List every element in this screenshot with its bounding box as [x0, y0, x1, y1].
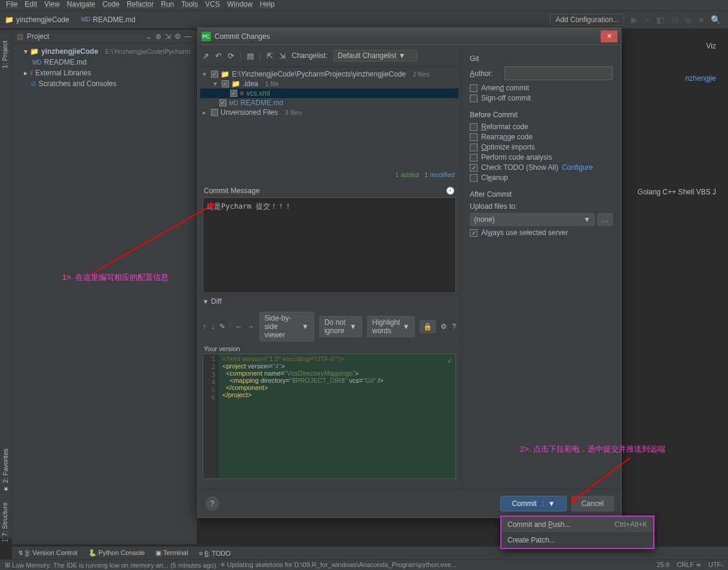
- checkbox[interactable]: [222, 80, 229, 87]
- tree-readme[interactable]: MD README.md: [12, 57, 197, 68]
- tab-favorites[interactable]: ★ 2: Favorites: [0, 444, 10, 498]
- menu-run[interactable]: Run: [157, 0, 178, 10]
- forward-icon[interactable]: →: [247, 322, 255, 331]
- expand-icon[interactable]: ▾: [24, 47, 27, 56]
- tab-structure[interactable]: ⌶ 7: Structure: [0, 498, 10, 547]
- history-icon[interactable]: 🕘: [446, 187, 455, 195]
- tree-external-libs[interactable]: ▸ ⫴ External Libraries: [12, 68, 197, 78]
- edit-icon[interactable]: ✎: [219, 322, 225, 331]
- terminal-tab[interactable]: ▣ Terminal: [155, 549, 188, 557]
- concurrency-icon[interactable]: ≣: [685, 15, 692, 25]
- configure-link[interactable]: Configure: [562, 163, 593, 172]
- close-icon[interactable]: ✕: [601, 31, 617, 42]
- dropdown-icon[interactable]: ⌄: [146, 32, 152, 41]
- breadcrumb-file[interactable]: README.md: [93, 16, 135, 24]
- collapse-icon[interactable]: ⇲: [165, 32, 171, 41]
- collapse-icon[interactable]: ▾: [204, 297, 207, 306]
- refresh-icon[interactable]: ⟳: [228, 51, 234, 60]
- tree-scratches[interactable]: ⊘ Scratches and Consoles: [12, 78, 197, 89]
- checkbox[interactable]: [211, 109, 218, 116]
- changelist-select[interactable]: Default Changelist ▼: [334, 50, 418, 62]
- amend-checkbox[interactable]: [470, 84, 478, 92]
- upload-more-button[interactable]: …: [597, 213, 613, 226]
- menu-window[interactable]: Window: [224, 0, 256, 10]
- memory-warning[interactable]: Low Memory: The IDE is running low on me…: [12, 562, 216, 569]
- encoding[interactable]: UTF-: [708, 561, 723, 569]
- checkbox[interactable]: [230, 90, 237, 97]
- tab-project[interactable]: 1: Project: [0, 36, 10, 73]
- version-control-tab[interactable]: ↯ 9: Version Control: [18, 549, 78, 557]
- menu-edit[interactable]: Edit: [21, 0, 41, 10]
- minimize-icon[interactable]: [584, 31, 601, 42]
- reformat-checkbox[interactable]: [470, 123, 478, 131]
- signoff-checkbox[interactable]: [470, 95, 478, 102]
- hide-icon[interactable]: —: [185, 32, 192, 41]
- always-server-checkbox[interactable]: [470, 229, 478, 237]
- author-link[interactable]: nzhengjie: [686, 74, 716, 83]
- menu-navigate[interactable]: Navigate: [63, 0, 99, 10]
- run-icon[interactable]: ▶: [631, 15, 638, 25]
- create-patch-item[interactable]: Create Patch...: [501, 532, 653, 548]
- commit-message-input[interactable]: 这是Pycharm 提交！！！: [203, 197, 456, 293]
- menu-help[interactable]: Help: [256, 0, 279, 10]
- debug-icon[interactable]: ⌁: [645, 15, 650, 25]
- gear-icon[interactable]: ⚙: [175, 32, 181, 41]
- lock-icon[interactable]: 🔒: [420, 320, 436, 333]
- back-icon[interactable]: ←: [235, 322, 243, 331]
- breadcrumb-project[interactable]: yinzhengjieCode: [16, 16, 69, 24]
- checkbox[interactable]: [219, 99, 227, 106]
- expand-icon[interactable]: ▸: [24, 69, 27, 77]
- help-icon[interactable]: ?: [452, 322, 456, 331]
- todo-checkbox[interactable]: [470, 164, 478, 172]
- bg-task[interactable]: ✳ Updating skeletons for D:\09.R_for_win…: [220, 561, 457, 569]
- file-unversioned[interactable]: ▸ Unversioned Files 3 files: [200, 108, 458, 117]
- upload-select[interactable]: (none)▼: [470, 213, 595, 226]
- commit-and-push-item[interactable]: Commit and Push... Ctrl+Alt+K: [501, 517, 653, 532]
- todo-tab[interactable]: ≡ 6: TODO: [199, 550, 231, 557]
- group-icon[interactable]: ▤: [247, 51, 254, 60]
- window-icon[interactable]: ⊞: [5, 561, 10, 569]
- rearrange-checkbox[interactable]: [470, 133, 478, 141]
- search-icon[interactable]: 🔍: [711, 15, 721, 25]
- coverage-icon[interactable]: ◧: [656, 15, 664, 25]
- profile-icon[interactable]: ◷: [671, 15, 678, 25]
- commit-button[interactable]: Commit▼: [500, 496, 566, 511]
- revert-icon[interactable]: ↶: [215, 51, 222, 60]
- file-root[interactable]: ▾ 📁 E:\YinzhengjieCode\PycharmProjects\y…: [200, 69, 458, 79]
- prev-diff-icon[interactable]: ↑: [203, 322, 206, 331]
- show-diff-icon[interactable]: ⇗: [203, 51, 209, 60]
- python-console-tab[interactable]: 🐍 Python Console: [88, 549, 145, 557]
- target-icon[interactable]: ⊕: [155, 32, 161, 41]
- menu-refactor[interactable]: Refactor: [123, 0, 157, 10]
- viewer-select[interactable]: Side-by-side viewer ▼: [259, 312, 314, 342]
- menu-file[interactable]: File: [2, 0, 21, 10]
- file-readme[interactable]: MD README.md: [200, 98, 458, 108]
- menu-view[interactable]: View: [41, 0, 63, 10]
- add-configuration-button[interactable]: Add Configuration...: [550, 14, 624, 26]
- tree-root[interactable]: ▾ 📁 yinzhengjieCode E:\YinzhengjieCode\P…: [12, 46, 197, 57]
- file-vcs-xml[interactable]: ≡ vcs.xml: [200, 89, 458, 98]
- line-sep[interactable]: CRLF ≑: [677, 561, 701, 569]
- menu-code[interactable]: Code: [99, 0, 123, 10]
- left-gutter: 1: Project ★ 2: Favorites ⌶ 7: Structure: [0, 30, 12, 538]
- checkbox[interactable]: [211, 71, 218, 78]
- help-button[interactable]: ?: [205, 496, 219, 511]
- expand-all-icon[interactable]: ⇱: [267, 51, 273, 60]
- menu-tools[interactable]: Tools: [178, 0, 201, 10]
- author-input[interactable]: [504, 66, 613, 80]
- collapse-all-icon[interactable]: ⇲: [279, 51, 286, 60]
- ignore-select[interactable]: Do not ignore ▼: [319, 316, 362, 337]
- menu-vcs[interactable]: VCS: [201, 0, 224, 10]
- optimize-checkbox[interactable]: [470, 144, 478, 151]
- highlight-select[interactable]: Highlight words ▼: [367, 316, 415, 337]
- file-idea[interactable]: ▾ 📁 .idea 1 file: [200, 79, 458, 89]
- analysis-checkbox[interactable]: [470, 154, 478, 161]
- stop-icon[interactable]: ■: [699, 15, 703, 25]
- cleanup-checkbox[interactable]: [470, 174, 478, 182]
- commit-dropdown-icon[interactable]: ▼: [543, 499, 555, 508]
- diff-viewer[interactable]: 123456 ✓ <?xml version="1.0" encoding="U…: [203, 353, 456, 479]
- next-diff-icon[interactable]: ↓: [211, 322, 215, 331]
- status-bar: ⊞ Low Memory: The IDE is running low on …: [0, 559, 728, 570]
- gear-icon[interactable]: ⚙: [441, 322, 447, 331]
- pycharm-icon: PC: [201, 32, 211, 41]
